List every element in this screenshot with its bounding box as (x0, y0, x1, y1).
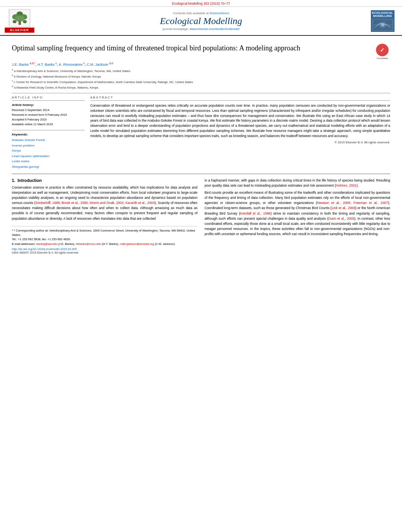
journal-homepage: journal homepage: www.elsevier.com/locat… (38, 27, 364, 31)
abstract-col: ABSTRACT Conservation of threatened or e… (90, 96, 390, 170)
elsevier-text-label: ELSEVIER (5, 28, 34, 33)
email3-name: (C.M. Jackson). (155, 242, 176, 246)
footnote-corresponding: * * Corresponding author at: Interdiscip… (12, 228, 197, 237)
email1-name: (J.E. Banks), (58, 242, 75, 246)
article-info-heading: ARTICLE INFO (12, 96, 85, 101)
ref-newson[interactable]: Newson et al., 2005; Freeman et al., 200… (317, 201, 388, 205)
article-title-section: Optimal sampling frequency and timing of… (12, 44, 390, 59)
accepted-date: Accepted 6 February 2015 (12, 117, 85, 122)
introduction-title: 1. Introduction (12, 178, 197, 183)
doi-line: http://dx.doi.org/10.1016/j.ecolmodel.20… (12, 247, 197, 251)
journal-title-block: Contents lists available at ScienceDirec… (38, 11, 364, 31)
abstract-text: Conservation of threatened or endangered… (90, 103, 390, 138)
author-rinnovatore[interactable]: K. Rinnovatore (59, 63, 83, 67)
crossmark-logo: ✓ CrossMark (374, 44, 390, 59)
author-banks-je[interactable]: J.E. Banks (12, 63, 29, 67)
crossmark-label: CrossMark (376, 57, 388, 59)
intro-para-2: in a haphazard manner, with gaps in data… (205, 178, 390, 188)
ref-dunn[interactable]: Dunn et al., 2005 (328, 217, 354, 221)
sciencedirect-link: Contents lists available at ScienceDirec… (38, 11, 364, 15)
keyword-6: Sheppardia gunnigi (12, 164, 85, 170)
svg-point-6 (13, 20, 17, 23)
em-logo-box: ECOLOGICAL MODELLING (371, 10, 395, 32)
em-logo-image (372, 19, 393, 30)
copyright-line: © 2015 Elsevier B.V. All rights reserved… (90, 141, 390, 144)
homepage-link[interactable]: www.elsevier.com/locate/ecolmodel (190, 27, 239, 31)
article-info-abstract: ARTICLE INFO Article history: Received 3… (12, 96, 390, 170)
received-revised-date: Received in revised form 5 February 2015 (12, 113, 85, 117)
keyword-5: Leslie matrix (12, 159, 85, 164)
email2-link[interactable]: htbanks@ncsu.edu (76, 242, 101, 246)
journal-top-bar: Ecological Modelling 303 (2015) 70–77 (0, 0, 402, 7)
footnote-tel: Tel.: +1 253 692 5838; fax: +1 253 692 4… (12, 237, 197, 241)
keyword-3: Kenya (12, 148, 85, 154)
affiliation-a: a a Interdisciplinary Arts & Sciences, U… (12, 68, 390, 73)
article-dates: Received 3 September 2014 Received in re… (12, 108, 85, 127)
issn-line: 0304-3800/© 2015 Elsevier B.V. All right… (12, 251, 197, 254)
keyword-2: Inverse problem (12, 143, 85, 148)
email2-name: (H.T. Banks), (102, 242, 119, 246)
section-number: 1. (12, 178, 15, 183)
divider-1 (12, 93, 390, 93)
footer-section: * * Corresponding author at: Interdiscip… (12, 226, 197, 254)
keywords-list: Arabuko-Sokoke Forest Inverse problem Ke… (12, 137, 85, 170)
body-right-col: in a haphazard manner, with gaps in data… (205, 178, 390, 254)
article-content: Optimal sampling frequency and timing of… (0, 36, 402, 258)
keywords-label: Keywords: (12, 133, 85, 136)
article-info-col: ARTICLE INFO Article history: Received 3… (12, 96, 85, 170)
available-date: Available online 11 March 2015 (12, 122, 85, 127)
journal-header: ELSEVIER Contents lists available at Sci… (0, 7, 402, 36)
ref-simberloff[interactable]: Simberloff, 1988; Brook et al., 2000; Mo… (35, 201, 155, 205)
divider-keywords (12, 130, 85, 130)
affiliation-c: c c Center for Research in Scientific Co… (12, 79, 390, 84)
svg-point-7 (23, 20, 27, 23)
footnote-star: * (12, 229, 13, 232)
crossmark-icon: ✓ (376, 44, 389, 56)
journal-name: Ecological Modelling (38, 16, 364, 26)
authors-line: J.E. Banks a,b,*, H.T. Banks c, K. Rinno… (12, 62, 390, 67)
ref-holmes[interactable]: Holmes, 2001 (336, 184, 356, 187)
journal-logo-right: ECOLOGICAL MODELLING (368, 10, 397, 32)
section-label: Introduction (18, 178, 42, 183)
author-banks-ht[interactable]: H.T. Banks (37, 63, 55, 67)
ref-link[interactable]: Link et al., 2006 (331, 206, 355, 210)
article-title-text: Optimal sampling frequency and timing of… (12, 44, 370, 53)
ref-kendall[interactable]: Kendall et al., 1996 (240, 211, 270, 215)
elsevier-logo: ELSEVIER (5, 9, 34, 33)
keyword-1: Arabuko-Sokoke Forest (12, 137, 85, 143)
email3-link[interactable]: colin.jackson@arocha.org (120, 242, 154, 246)
article-history-label: Article history: (12, 103, 85, 107)
em-logo-title: ECOLOGICAL MODELLING (372, 11, 393, 19)
footnote-address: * Corresponding author at: Interdiscipli… (12, 229, 195, 237)
divider-body (12, 174, 390, 174)
intro-para-1: Conservation science in practice is ofte… (12, 185, 197, 221)
author-jackson[interactable]: C.M. Jackson (87, 63, 108, 67)
footnote-emails: E-mail addresses: banksj@uw.edu (J.E. Ba… (12, 242, 197, 246)
article-title: Optimal sampling frequency and timing of… (12, 44, 370, 53)
body-left-col: 1. Introduction Conservation science in … (12, 178, 197, 254)
svg-rect-5 (19, 21, 21, 25)
affiliation-b: b b Division of Zoology, National Museum… (12, 74, 390, 79)
emails-label: E-mail addresses: (12, 242, 35, 246)
svg-point-4 (15, 15, 24, 22)
elsevier-tree-icon (9, 9, 30, 27)
email1-link[interactable]: banksj@uw.edu (36, 242, 57, 246)
sciencedirect-anchor[interactable]: ScienceDirect (210, 11, 229, 15)
body-two-col: 1. Introduction Conservation science in … (12, 178, 390, 254)
affiliations-block: a a Interdisciplinary Arts & Sciences, U… (12, 68, 390, 90)
intro-para-3: Bird counts provide an excellent means o… (205, 190, 390, 237)
received-date: Received 3 September 2014 (12, 108, 85, 113)
abstract-heading: ABSTRACT (90, 96, 390, 101)
doi-link[interactable]: http://dx.doi.org/10.1016/j.ecolmodel.20… (12, 247, 77, 251)
affiliation-d: d d Mwamba Field Study Centre, A Rocha K… (12, 85, 390, 90)
keyword-4: Least squares optimization (12, 154, 85, 159)
